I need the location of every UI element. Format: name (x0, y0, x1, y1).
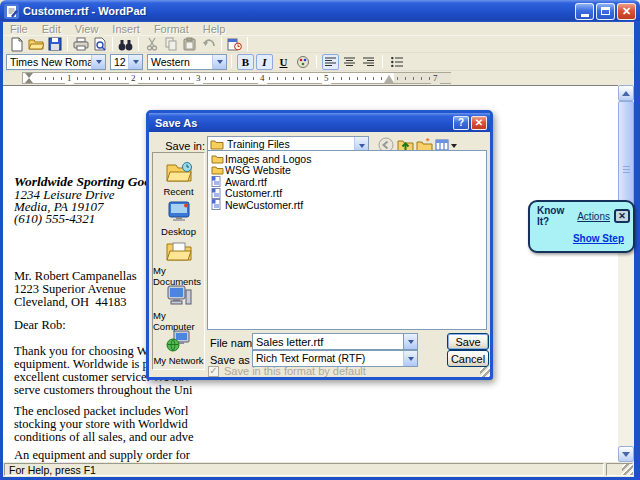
desktop-icon (167, 200, 191, 225)
font-script-value: Western (148, 55, 212, 69)
chevron-down-icon[interactable] (403, 333, 418, 350)
file-name-input[interactable] (252, 333, 403, 350)
paste-button[interactable] (180, 36, 199, 52)
file-list[interactable]: Images and Logos WSG Website Award.rtf C… (207, 150, 487, 330)
cut-button[interactable] (142, 36, 161, 52)
dialog-close-button[interactable]: ✕ (471, 116, 487, 130)
save-in-label: Save in: (163, 140, 205, 152)
bullets-button[interactable] (388, 54, 405, 70)
underline-button[interactable]: U (275, 54, 292, 70)
font-family-combo[interactable]: Times New Roman (6, 54, 106, 70)
toolbar-separator (221, 37, 222, 51)
place-my-network[interactable]: My Network (153, 329, 204, 369)
dialog-help-button[interactable]: ? (453, 116, 469, 130)
menu-bar: File Edit View Insert Format Help (3, 22, 634, 36)
chevron-down-icon[interactable] (212, 55, 226, 69)
minimize-button[interactable] (575, 3, 594, 20)
menu-insert[interactable]: Insert (105, 23, 147, 35)
save-confirm-button[interactable]: Save (447, 333, 489, 350)
file-list-item[interactable]: Images and Logos (211, 153, 483, 165)
ruler[interactable]: 1 2 3 4 5 7 (22, 72, 451, 84)
file-list-item[interactable]: Award.rtf (211, 176, 483, 188)
font-script-combo[interactable]: Western (147, 54, 227, 70)
hanging-indent-marker[interactable] (25, 78, 33, 83)
default-format-checkbox-label: Save in this format by default (224, 365, 366, 377)
file-list-item[interactable]: NewCustomer.rtf (211, 199, 483, 211)
undo-button[interactable] (199, 36, 218, 52)
toolbar-separator (231, 55, 232, 68)
find-button[interactable] (116, 36, 135, 52)
menu-format[interactable]: Format (147, 23, 196, 35)
recent-folder-icon (165, 160, 193, 185)
place-label: Desktop (161, 226, 196, 237)
menu-view[interactable]: View (68, 23, 106, 35)
document-line: Dear Rob: (14, 318, 66, 333)
ruler-number: 5 (322, 73, 331, 84)
print-preview-button[interactable] (90, 36, 109, 52)
ruler-row: 1 2 3 4 5 7 (3, 71, 634, 85)
print-button[interactable] (71, 36, 90, 52)
place-my-computer[interactable]: My Computer (153, 284, 204, 329)
maximize-button[interactable] (596, 3, 615, 20)
menu-help[interactable]: Help (196, 23, 233, 35)
font-color-button[interactable] (294, 54, 311, 70)
align-center-button[interactable] (341, 54, 358, 70)
file-name: Award.rtf (225, 176, 267, 188)
file-name: NewCustomer.rtf (225, 199, 303, 211)
toolbar-separator (138, 37, 139, 51)
date-time-button[interactable] (225, 36, 244, 52)
know-it-close-button[interactable]: ✕ (614, 209, 630, 223)
toolbar-separator (112, 37, 113, 51)
show-step-link[interactable]: Show Step (573, 233, 624, 244)
save-button[interactable] (45, 36, 64, 52)
font-family-value: Times New Roman (7, 55, 91, 69)
wordpad-window: Customer.rtf - WordPad ✕ File Edit View … (0, 0, 640, 480)
place-recent[interactable]: Recent (153, 160, 204, 200)
know-it-popup: Know It? Actions ✕ Show Step (528, 200, 635, 253)
chevron-down-icon[interactable] (128, 55, 142, 69)
align-right-button[interactable] (360, 54, 377, 70)
default-format-checkbox-row: ✓ Save in this format by default (208, 365, 366, 377)
file-list-item[interactable]: WSG Website (211, 165, 483, 177)
scroll-down-button[interactable] (618, 446, 634, 462)
right-indent-marker[interactable] (384, 75, 394, 83)
resize-grip[interactable] (622, 464, 633, 475)
scroll-up-button[interactable] (618, 85, 634, 101)
format-bar: Times New Roman 12 Western B I U (3, 53, 634, 71)
folder-icon (211, 154, 225, 164)
actions-link[interactable]: Actions (577, 211, 610, 222)
status-message: For Help, press F1 (4, 463, 604, 476)
align-left-button[interactable] (322, 54, 339, 70)
window-border-right (634, 22, 640, 477)
file-list-item[interactable]: Customer.rtf (211, 188, 483, 200)
document-line: An equipment and supply order for (14, 448, 190, 462)
know-it-header: Know It? Actions ✕ (530, 202, 633, 227)
chevron-down-icon[interactable] (403, 351, 417, 366)
svg-text:*: * (426, 137, 430, 146)
save-as-dialog: Save As ? ✕ Save in: Training Files * Re… (146, 110, 493, 380)
checkbox-checked-icon[interactable]: ✓ (208, 366, 219, 377)
know-it-title: Know It? (537, 205, 577, 227)
open-button[interactable] (26, 36, 45, 52)
menu-edit[interactable]: Edit (35, 23, 68, 35)
window-title: Customer.rtf - WordPad (23, 5, 573, 17)
rtf-document-icon (211, 188, 225, 199)
dialog-resize-grip[interactable] (480, 367, 490, 377)
italic-button[interactable]: I (256, 54, 273, 70)
place-my-documents[interactable]: My Documents (153, 239, 204, 284)
dialog-title: Save As (155, 117, 451, 129)
ruler-number: 7 (431, 73, 440, 84)
font-size-combo[interactable]: 12 (110, 54, 143, 70)
place-desktop[interactable]: Desktop (153, 200, 204, 240)
cancel-button[interactable]: Cancel (447, 350, 489, 367)
vertical-scrollbar[interactable] (618, 85, 634, 462)
copy-button[interactable] (161, 36, 180, 52)
dialog-body: Save in: Training Files * Recent Desktop (149, 132, 490, 377)
bold-button[interactable]: B (237, 54, 254, 70)
chevron-down-icon[interactable] (91, 55, 105, 69)
new-document-button[interactable] (7, 36, 26, 52)
document-line: Cleveland, OH 44183 (14, 295, 126, 310)
file-name: Customer.rtf (225, 187, 282, 199)
close-button[interactable]: ✕ (617, 3, 636, 20)
menu-file[interactable]: File (3, 23, 35, 35)
